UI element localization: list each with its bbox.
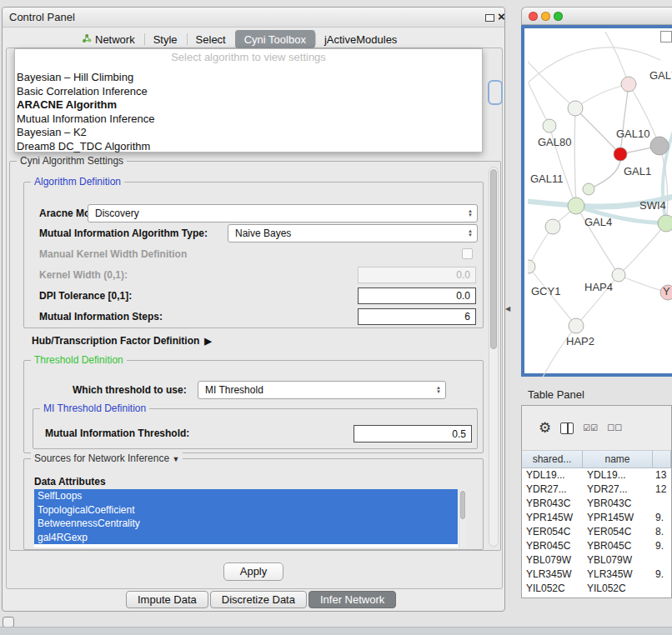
dpi-tolerance-field[interactable]	[358, 288, 476, 304]
network-canvas-svg[interactable]: GAL7GAL80GAL10GAL11GAL1SWI4GAL4GCY1HAP4Y…	[528, 32, 672, 377]
network-edge[interactable]	[528, 55, 575, 108]
network-node[interactable]	[621, 77, 636, 92]
aracne-mode-select[interactable]: Discovery ▲▼	[88, 204, 478, 222]
data-attributes-label: Data Attributes	[34, 476, 106, 488]
columns-icon[interactable]	[560, 422, 574, 434]
splitter-collapse-icon[interactable]: ◀	[505, 305, 510, 312]
table-cell	[653, 497, 671, 511]
data-attribute-item[interactable]: TopologicalCoefficient	[34, 503, 458, 518]
table-cell: YBL079W	[522, 553, 583, 568]
control-panel-tabs: NetworkStyleSelectCyni ToolboxjActiveMod…	[73, 30, 406, 48]
settings-scrollbar-thumb[interactable]	[490, 169, 497, 349]
collapse-down-icon: ▼	[172, 455, 179, 463]
network-node[interactable]	[650, 137, 669, 155]
algorithm-option[interactable]: Basic Correlation Inference	[15, 85, 482, 99]
algorithm-option[interactable]: Dream8 DC_TDC Algorithm	[15, 140, 482, 154]
table-row[interactable]: YDR27...YDR27...12	[522, 482, 671, 497]
sources-legend[interactable]: Sources for Network Inference ▼	[31, 452, 183, 464]
network-edge[interactable]	[528, 200, 569, 205]
mi-steps-field[interactable]	[358, 308, 476, 325]
which-threshold-select[interactable]: MI Threshold ▲▼	[198, 381, 446, 399]
network-node[interactable]	[543, 119, 556, 132]
select-all-columns-icon[interactable]: ☑☑	[583, 423, 598, 432]
zoom-traffic-light[interactable]	[554, 12, 563, 21]
table-cell: YLR345W	[583, 568, 653, 582]
network-node[interactable]	[612, 268, 625, 282]
column-header[interactable]: shared...	[522, 451, 583, 468]
minimize-traffic-light[interactable]	[541, 12, 550, 21]
attributes-scrollbar[interactable]	[459, 489, 466, 548]
canvas-corner-widget[interactable]	[660, 31, 672, 42]
window-title: Control Panel	[9, 11, 75, 23]
data-attribute-item[interactable]: BetweennessCentrality	[34, 517, 458, 531]
network-node[interactable]	[658, 215, 672, 232]
tab-cyni-toolbox[interactable]: Cyni Toolbox	[235, 30, 315, 48]
apply-button[interactable]: Apply	[223, 562, 283, 581]
table-row[interactable]: YBR045CYBR045C9.	[522, 539, 671, 553]
network-edge[interactable]	[575, 84, 629, 108]
tab-select[interactable]: Select	[187, 30, 235, 48]
attributes-scrollbar-thumb[interactable]	[460, 491, 465, 519]
network-edge[interactable]	[619, 223, 666, 275]
bottom-tab-discretize-data[interactable]: Discretize Data	[210, 591, 307, 608]
table-cell: YER054C	[522, 525, 583, 539]
algorithm-dropdown-placeholder[interactable]: Select algorithm to view settings	[15, 49, 482, 65]
gear-icon[interactable]: ⚙	[539, 419, 551, 437]
network-edge[interactable]	[529, 83, 549, 126]
combo-arrows-icon: ▲▼	[464, 225, 477, 242]
network-edge[interactable]	[574, 108, 576, 206]
network-node[interactable]	[528, 260, 535, 273]
algorithm-option[interactable]: Bayesian – Hill Climbing	[15, 71, 482, 85]
network-node[interactable]	[545, 219, 560, 234]
column-header[interactable]: name	[583, 451, 653, 468]
tab-network[interactable]: Network	[73, 30, 144, 48]
algorithm-option[interactable]: Bayesian – K2	[15, 126, 482, 140]
mi-threshold-label: Mutual Information Threshold:	[45, 428, 189, 439]
deselect-all-columns-icon[interactable]: ☐☐	[607, 423, 622, 432]
table-cell: YPR145W	[583, 511, 653, 525]
table-row[interactable]: YDL19...YDL19...13	[522, 468, 671, 482]
mi-type-select[interactable]: Naive Bayes ▲▼	[228, 224, 478, 242]
algorithm-option[interactable]: ARACNE Algorithm	[15, 98, 482, 112]
table-row[interactable]: YIL052CYIL052C	[522, 582, 671, 596]
network-node[interactable]	[614, 148, 627, 161]
tab-label: Cyni Toolbox	[244, 33, 306, 46]
node-label: GAL11	[530, 172, 564, 185]
table-cell: 12	[653, 482, 671, 497]
control-panel-titlebar[interactable]: Control Panel ×	[3, 8, 504, 28]
table-row[interactable]: YPR145WYPR145W9.	[522, 511, 671, 525]
table-cell: YBL079W	[583, 553, 653, 568]
table-row[interactable]: YBR043CYBR043C	[522, 497, 671, 511]
network-edge[interactable]	[620, 84, 629, 154]
network-edge[interactable]	[542, 326, 576, 377]
bottom-tab-impute-data[interactable]: Impute Data	[126, 591, 208, 608]
table-cell: YBR045C	[583, 539, 653, 553]
close-traffic-light[interactable]	[529, 12, 538, 21]
float-window-icon[interactable]	[485, 14, 494, 22]
table-row[interactable]: YBL079WYBL079W	[522, 553, 671, 568]
manual-kernel-checkbox[interactable]	[462, 248, 473, 259]
mi-threshold-field[interactable]	[354, 425, 472, 442]
algorithm-definition-group: Algorithm Definition Aracne Mode: Discov…	[23, 182, 484, 328]
network-window-titlebar[interactable]	[521, 7, 672, 25]
column-header[interactable]	[653, 451, 671, 468]
network-node[interactable]	[568, 198, 584, 214]
network-edge[interactable]	[528, 48, 660, 87]
table-row[interactable]: YER054CYER054C8.	[522, 525, 671, 539]
data-attribute-item[interactable]: gal4RGexp	[34, 531, 458, 545]
network-node[interactable]	[568, 101, 583, 116]
network-node[interactable]	[569, 318, 584, 333]
bottom-tab-infer-network[interactable]: Infer Network	[308, 591, 396, 608]
node-label: GAL10	[616, 128, 649, 140]
network-edge[interactable]	[575, 108, 620, 154]
table-row[interactable]: YLR345WYLR345W9.	[522, 568, 671, 582]
tab-jactivemodules[interactable]: jActiveModules	[315, 30, 406, 48]
data-attribute-item[interactable]: SelfLoops	[34, 489, 458, 503]
network-edge[interactable]	[605, 32, 629, 84]
algorithm-option[interactable]: Mutual Information Inference	[15, 112, 482, 127]
hub-definition-toggle[interactable]: Hub/Transcription Factor Definition▶	[32, 335, 212, 347]
network-node[interactable]	[583, 183, 594, 195]
close-window-icon[interactable]: ×	[498, 9, 505, 23]
tab-style[interactable]: Style	[144, 30, 187, 48]
settings-scrollbar[interactable]	[489, 167, 499, 547]
